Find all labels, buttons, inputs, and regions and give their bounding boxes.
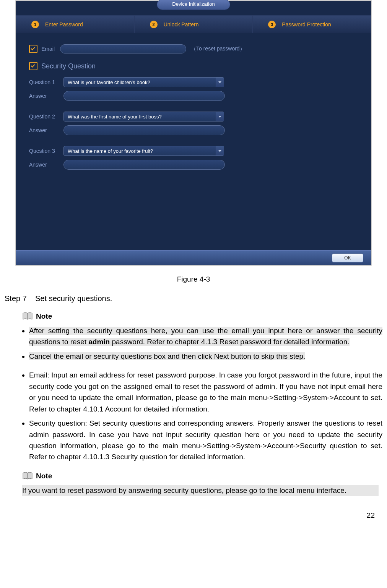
book-icon bbox=[22, 472, 33, 480]
question3-dropdown[interactable]: What is the name of your favorite fruit? bbox=[63, 146, 224, 156]
question3-value: What is the name of your favorite fruit? bbox=[68, 148, 153, 154]
book-icon bbox=[22, 312, 33, 321]
question2-dropdown[interactable]: What was the first name of your first bo… bbox=[63, 112, 224, 121]
step-label: Enter Password bbox=[45, 21, 83, 28]
email-checkbox[interactable] bbox=[29, 45, 37, 53]
figure-caption: Figure 4-3 bbox=[5, 275, 382, 283]
list-item: Email: Input an email address for reset … bbox=[29, 369, 382, 415]
answer1-label: Answer bbox=[29, 93, 63, 99]
step-prefix: Step 7 bbox=[5, 294, 27, 303]
step-label: Password Protection bbox=[282, 21, 331, 28]
chevron-down-icon bbox=[216, 146, 224, 156]
window-title: Device Initialization bbox=[157, 0, 230, 10]
note-bullet-list-2: Email: Input an email address for reset … bbox=[5, 369, 382, 463]
step-text: Set security questions. bbox=[35, 294, 112, 303]
answer2-input[interactable] bbox=[63, 125, 225, 135]
answer3-input[interactable] bbox=[63, 160, 225, 170]
note-heading-2: Note bbox=[22, 472, 382, 480]
answer3-label: Answer bbox=[29, 162, 63, 168]
note-bullet-list-1: After setting the security questions her… bbox=[5, 325, 382, 362]
question3-label: Question 3 bbox=[29, 148, 63, 154]
bullet-text: Cancel the email or security questions b… bbox=[29, 352, 305, 360]
step-password-protection[interactable]: 3 Password Protection bbox=[253, 16, 371, 33]
bullet-text: password. Refer to chapter 4.1.3 Reset p… bbox=[110, 338, 349, 346]
email-hint: （To reset password） bbox=[191, 45, 245, 52]
answer2-label: Answer bbox=[29, 127, 63, 133]
question2-value: What was the first name of your first bo… bbox=[68, 114, 162, 120]
chevron-down-icon bbox=[216, 112, 224, 121]
security-question-label: Security Question bbox=[41, 62, 96, 70]
device-init-window: Device Initialization 1 Enter Password 2… bbox=[15, 0, 372, 266]
step-label: Unlock Pattern bbox=[164, 21, 199, 28]
answer1-input[interactable] bbox=[63, 91, 225, 101]
window-body: Email （To reset password） Security Quest… bbox=[16, 33, 371, 251]
email-label: Email bbox=[41, 46, 55, 52]
step-line: Step 7 Set security questions. bbox=[5, 294, 382, 303]
note-heading: Note bbox=[22, 312, 382, 321]
security-question-checkbox[interactable] bbox=[29, 62, 37, 70]
chevron-down-icon bbox=[216, 78, 224, 87]
email-field[interactable] bbox=[60, 44, 186, 53]
steps-bar: 1 Enter Password 2 Unlock Pattern 3 Pass… bbox=[16, 15, 371, 34]
question1-dropdown[interactable]: What is your favorite children's book? bbox=[63, 77, 224, 87]
note-label: Note bbox=[36, 472, 52, 480]
question1-label: Question 1 bbox=[29, 79, 63, 85]
list-item: After setting the security questions her… bbox=[29, 325, 382, 348]
step-number-icon: 1 bbox=[31, 21, 39, 28]
step-enter-password[interactable]: 1 Enter Password bbox=[16, 16, 135, 33]
question2-label: Question 2 bbox=[29, 113, 63, 120]
footer-bar: OK bbox=[16, 250, 371, 265]
step-number-icon: 2 bbox=[150, 21, 158, 28]
page-number: 22 bbox=[5, 511, 382, 520]
ok-button[interactable]: OK bbox=[332, 253, 363, 262]
question1-value: What is your favorite children's book? bbox=[68, 79, 150, 85]
bullet-bold: admin bbox=[88, 338, 110, 346]
step-unlock-pattern[interactable]: 2 Unlock Pattern bbox=[135, 16, 253, 33]
note-label: Note bbox=[36, 312, 52, 321]
step-number-icon: 3 bbox=[268, 21, 276, 28]
list-item: Cancel the email or security questions b… bbox=[29, 351, 382, 362]
list-item: Security question: Set security question… bbox=[29, 418, 382, 463]
note-body: If you want to reset password by answeri… bbox=[22, 485, 379, 496]
